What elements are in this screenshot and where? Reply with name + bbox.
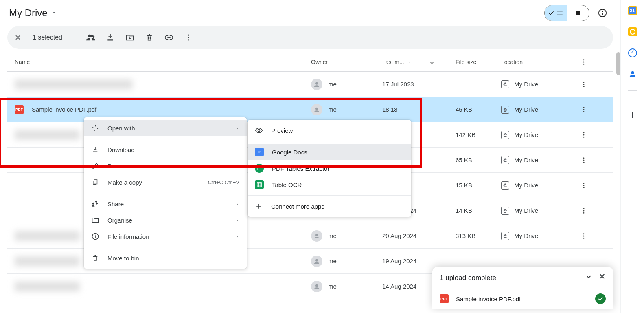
modified-date: 17 Jul 2023 xyxy=(382,81,456,88)
file-size: 65 KB xyxy=(456,156,501,163)
menu-make-copy[interactable]: Make a copy Ctrl+C Ctrl+V xyxy=(84,174,247,190)
google-docs-icon xyxy=(255,148,264,156)
svg-point-14 xyxy=(583,109,585,110)
get-addons-button[interactable] xyxy=(628,110,637,120)
submenu-preview[interactable]: Preview xyxy=(248,122,411,139)
file-size: 14 KB xyxy=(456,207,501,214)
row-more-button[interactable] xyxy=(574,131,594,139)
upload-toast: 1 upload complete PDF Sample invoice PDF… xyxy=(432,267,613,309)
svg-point-19 xyxy=(583,157,585,159)
svg-point-29 xyxy=(583,233,585,234)
move-button[interactable] xyxy=(125,33,135,42)
file-size: 15 KB xyxy=(456,182,501,189)
column-last-modified[interactable]: Last m... xyxy=(382,59,456,65)
chevron-right-icon xyxy=(235,233,239,240)
tasks-app-button[interactable] xyxy=(628,48,637,58)
selection-toolbar: 1 selected xyxy=(7,26,613,49)
svg-point-18 xyxy=(583,136,585,137)
svg-point-16 xyxy=(583,132,585,133)
menu-organise[interactable]: Organise xyxy=(84,212,247,228)
eye-icon xyxy=(255,126,263,135)
submenu-pdf-tables[interactable]: PDF Tables Extractor xyxy=(248,160,411,176)
scrollbar[interactable] xyxy=(616,52,620,75)
svg-point-20 xyxy=(583,159,585,161)
svg-point-11 xyxy=(583,86,585,87)
row-more-button[interactable] xyxy=(574,207,594,214)
shortcut-label: Ctrl+C Ctrl+V xyxy=(208,179,239,185)
drive-location-icon xyxy=(501,156,509,164)
svg-point-31 xyxy=(583,237,585,238)
selection-count: 1 selected xyxy=(33,34,62,41)
grid-view-button[interactable] xyxy=(567,5,589,21)
redacted-name xyxy=(15,130,80,140)
location-label: My Drive xyxy=(514,207,538,214)
pdf-icon: PDF xyxy=(440,294,449,303)
menu-open-with[interactable]: Open with xyxy=(84,120,247,136)
column-file-size[interactable]: File size xyxy=(456,59,501,65)
redacted-name xyxy=(15,231,80,241)
column-owner[interactable]: Owner xyxy=(311,59,382,65)
column-location[interactable]: Location xyxy=(501,59,574,65)
file-size: 313 KB xyxy=(456,232,501,239)
page-title: My Drive xyxy=(9,7,48,19)
toast-file-row[interactable]: PDF Sample invoice PDF.pdf xyxy=(432,289,613,309)
svg-point-28 xyxy=(315,234,318,236)
owner-label: me xyxy=(328,283,337,290)
location-label: My Drive xyxy=(514,182,538,189)
menu-file-info[interactable]: File information xyxy=(84,228,247,245)
svg-point-12 xyxy=(315,107,318,110)
svg-point-0 xyxy=(602,11,603,12)
svg-point-2 xyxy=(188,35,189,36)
submenu-table-ocr[interactable]: Table OCR xyxy=(248,176,411,193)
row-more-button[interactable] xyxy=(574,106,594,113)
svg-point-4 xyxy=(188,39,189,40)
table-row[interactable]: me17 Jul 2023—My Drive xyxy=(7,72,613,97)
calendar-app-button[interactable]: 31 xyxy=(628,6,637,15)
menu-share[interactable]: Share xyxy=(84,196,247,212)
file-size: 45 KB xyxy=(456,106,501,113)
location-label: My Drive xyxy=(514,106,538,113)
menu-rename[interactable]: Rename xyxy=(84,158,247,174)
view-details-button[interactable] xyxy=(594,5,611,21)
get-link-button[interactable] xyxy=(164,33,174,42)
download-button[interactable] xyxy=(105,33,115,42)
menu-move-to-bin[interactable]: Move to bin xyxy=(84,250,247,266)
row-more-button[interactable] xyxy=(574,156,594,164)
drive-location-dropdown[interactable]: My Drive xyxy=(9,7,57,19)
toast-title: 1 upload complete xyxy=(440,274,496,282)
redacted-name xyxy=(15,79,133,89)
menu-download[interactable]: Download xyxy=(84,141,247,158)
sort-arrow-icon xyxy=(429,59,435,65)
svg-point-13 xyxy=(583,107,585,108)
contacts-app-button[interactable] xyxy=(628,69,637,79)
column-name[interactable]: Name xyxy=(7,59,311,65)
svg-point-30 xyxy=(583,235,585,236)
row-more-button[interactable] xyxy=(574,232,594,240)
file-name: Sample invoice PDF.pdf xyxy=(32,106,96,113)
toast-close-button[interactable] xyxy=(598,273,606,283)
row-more-button[interactable] xyxy=(574,182,594,189)
row-more-button[interactable] xyxy=(574,81,594,88)
share-button[interactable] xyxy=(86,33,96,42)
svg-point-24 xyxy=(583,187,585,188)
keep-app-button[interactable] xyxy=(628,27,637,37)
avatar-icon xyxy=(311,281,322,292)
submenu-google-docs[interactable]: Google Docs xyxy=(248,144,411,160)
svg-point-15 xyxy=(583,111,585,112)
list-view-button[interactable] xyxy=(545,5,567,21)
pdf-tables-icon xyxy=(255,164,264,173)
copy-icon xyxy=(91,179,99,186)
more-actions-button[interactable] xyxy=(184,33,193,42)
share-icon xyxy=(91,200,99,208)
avatar-icon xyxy=(311,230,322,242)
toast-collapse-button[interactable] xyxy=(585,273,593,283)
chevron-right-icon xyxy=(235,125,239,132)
svg-point-23 xyxy=(583,185,585,186)
delete-button[interactable] xyxy=(145,33,154,42)
location-label: My Drive xyxy=(514,232,538,239)
dropdown-caret-icon xyxy=(407,60,412,64)
submenu-connect-more[interactable]: Connect more apps xyxy=(248,198,411,214)
clear-selection-button[interactable] xyxy=(13,33,23,42)
side-panel: 31 xyxy=(620,0,644,313)
modified-date: 18:18 xyxy=(382,106,456,113)
